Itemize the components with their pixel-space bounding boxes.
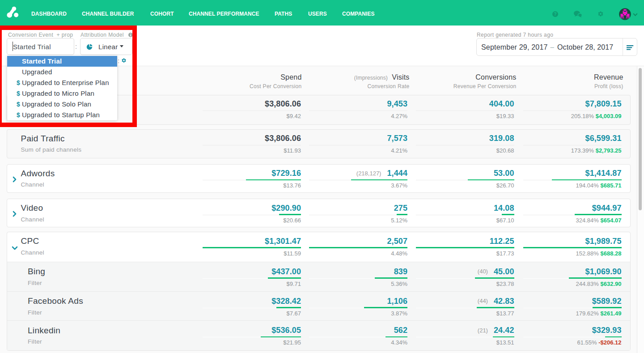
svg-text:?: ? [554,11,556,17]
